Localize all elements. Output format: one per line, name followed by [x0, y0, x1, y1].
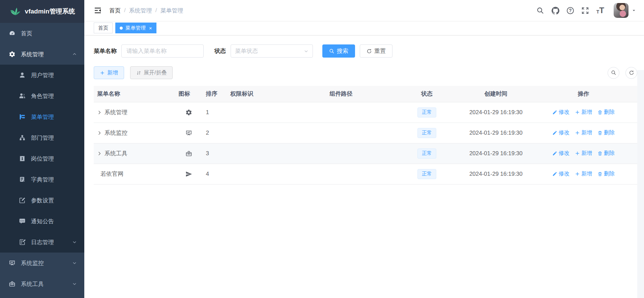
sidebar: vfadmin管理系统 首页 系统管理 用户管理 角色管理 菜单管理	[0, 0, 84, 298]
avatar[interactable]	[614, 3, 628, 18]
sidebar-item-home[interactable]: 首页	[0, 23, 84, 44]
sidebar-item-param-settings[interactable]: 参数设置	[0, 190, 84, 211]
sidebar-item-menu-management[interactable]: 菜单管理	[0, 106, 84, 127]
sidebar-item-role-management[interactable]: 角色管理	[0, 86, 84, 106]
delete-link[interactable]: 删除	[597, 129, 615, 136]
status-badge: 正常	[417, 128, 436, 138]
sidebar-item-label: 字典管理	[31, 176, 54, 184]
status-label: 状态	[214, 47, 226, 55]
delete-link[interactable]: 删除	[597, 109, 615, 116]
close-icon[interactable]: ×	[149, 26, 152, 31]
menu-name: 系统监控	[105, 129, 127, 137]
add-child-link[interactable]: 新增	[575, 129, 592, 136]
menu-name-label: 菜单名称	[94, 47, 117, 55]
sidebar-item-dict-management[interactable]: 字典管理	[0, 169, 84, 190]
search-icon[interactable]	[536, 7, 544, 14]
logo-bar[interactable]: vfadmin管理系统	[0, 0, 84, 23]
sidebar-item-notice[interactable]: 通知公告	[0, 211, 84, 232]
menu-name: 系统工具	[105, 150, 127, 157]
user-menu[interactable]	[614, 3, 636, 18]
sort-icon	[136, 70, 141, 75]
order-value: 4	[202, 164, 227, 184]
perms-value	[227, 143, 291, 164]
breadcrumb-separator: /	[124, 7, 126, 14]
edit-link[interactable]: 修改	[552, 109, 569, 116]
breadcrumb-home[interactable]: 首页	[109, 7, 121, 14]
header-status: 状态	[391, 86, 462, 102]
fullscreen-icon[interactable]	[581, 7, 589, 14]
sidebar-item-user-management[interactable]: 用户管理	[0, 65, 84, 86]
trash-icon	[597, 171, 603, 176]
help-icon[interactable]: ?	[567, 7, 574, 14]
menu-status-select[interactable]: 菜单状态	[231, 44, 313, 58]
sidebar-item-label: 菜单管理	[31, 113, 54, 121]
header-component: 组件路径	[291, 86, 392, 102]
header-actions: 操作	[530, 86, 637, 102]
sidebar-item-system-tools[interactable]: 系统工具	[0, 273, 84, 294]
refresh-icon	[367, 48, 372, 54]
expand-row-icon[interactable]	[97, 151, 102, 156]
refresh-button[interactable]	[625, 67, 637, 79]
add-button-label: 新增	[107, 69, 118, 76]
order-value: 1	[202, 102, 227, 123]
sidebar-item-dept-management[interactable]: 部门管理	[0, 127, 84, 148]
github-icon[interactable]	[552, 7, 559, 14]
search-icon	[611, 70, 616, 75]
monitor-icon	[185, 130, 192, 136]
menu-name-input[interactable]	[121, 44, 204, 58]
tag-label: 首页	[98, 25, 108, 31]
table-row: 系统工具 3 正常 2024-01-29 16:19:30 修改 新增 删除	[94, 143, 637, 164]
trash-icon	[597, 130, 603, 135]
tool-icon	[185, 150, 192, 157]
hide-search-button[interactable]	[608, 67, 619, 79]
order-value: 2	[202, 123, 227, 143]
add-child-link[interactable]: 新增	[575, 150, 592, 157]
edit-link[interactable]: 修改	[552, 150, 569, 157]
menu-table: 菜单名称 图标 排序 权限标识 组件路径 状态 创建时间 操作	[94, 86, 637, 185]
expand-row-icon[interactable]	[97, 110, 102, 115]
sidebar-item-label: 系统工具	[21, 280, 44, 288]
navbar-right: ? TT	[536, 3, 636, 18]
delete-link[interactable]: 删除	[597, 170, 615, 177]
sidebar-item-label: 系统监控	[21, 259, 44, 267]
log-icon	[19, 239, 26, 245]
gear-icon	[185, 109, 192, 116]
dashboard-icon	[9, 30, 16, 37]
edit-link[interactable]: 修改	[552, 170, 569, 177]
add-button[interactable]: 新增	[94, 66, 124, 79]
tree-icon	[19, 134, 26, 141]
tag-menu-management[interactable]: 菜单管理 ×	[115, 23, 156, 33]
create-time: 2024-01-29 16:19:30	[462, 143, 530, 164]
breadcrumb-menu: 菜单管理	[160, 7, 183, 14]
table-row: 若依官网 4 正常 2024-01-29 16:19:30 修改 新增 删除	[94, 164, 637, 184]
add-child-link[interactable]: 新增	[575, 109, 592, 116]
reset-button[interactable]: 重置	[360, 44, 392, 58]
font-size-large: T	[599, 7, 604, 14]
chevron-down-icon	[72, 240, 77, 244]
add-child-link[interactable]: 新增	[575, 170, 592, 177]
tags-view-bar: 首页 菜单管理 ×	[84, 21, 644, 35]
trash-icon	[597, 110, 603, 115]
main-area: 首页 / 系统管理 / 菜单管理 ? TT	[84, 0, 644, 298]
expand-collapse-button[interactable]: 展开/折叠	[130, 66, 173, 79]
sidebar-fold-icon[interactable]	[94, 6, 102, 14]
header-icon: 图标	[175, 86, 203, 102]
sidebar-item-system-management[interactable]: 系统管理	[0, 44, 84, 65]
sidebar-item-label: 角色管理	[31, 92, 54, 100]
sidebar-item-post-management[interactable]: 岗位管理	[0, 148, 84, 169]
search-button[interactable]: 搜索	[322, 44, 355, 58]
header-order: 排序	[202, 86, 227, 102]
expand-collapse-label: 展开/折叠	[144, 69, 167, 76]
edit-link[interactable]: 修改	[552, 129, 569, 136]
tag-home[interactable]: 首页	[94, 23, 113, 33]
delete-link[interactable]: 删除	[597, 150, 615, 157]
trash-icon	[597, 151, 603, 156]
perms-value	[227, 164, 291, 184]
sidebar-item-log-management[interactable]: 日志管理	[0, 232, 84, 253]
sidebar-item-label: 参数设置	[31, 197, 54, 204]
sidebar-item-system-monitor[interactable]: 系统监控	[0, 253, 84, 273]
expand-row-icon[interactable]	[97, 131, 102, 135]
component-value	[291, 143, 392, 164]
create-time: 2024-01-29 16:19:30	[462, 102, 530, 123]
font-size-icon[interactable]: TT	[596, 7, 604, 14]
